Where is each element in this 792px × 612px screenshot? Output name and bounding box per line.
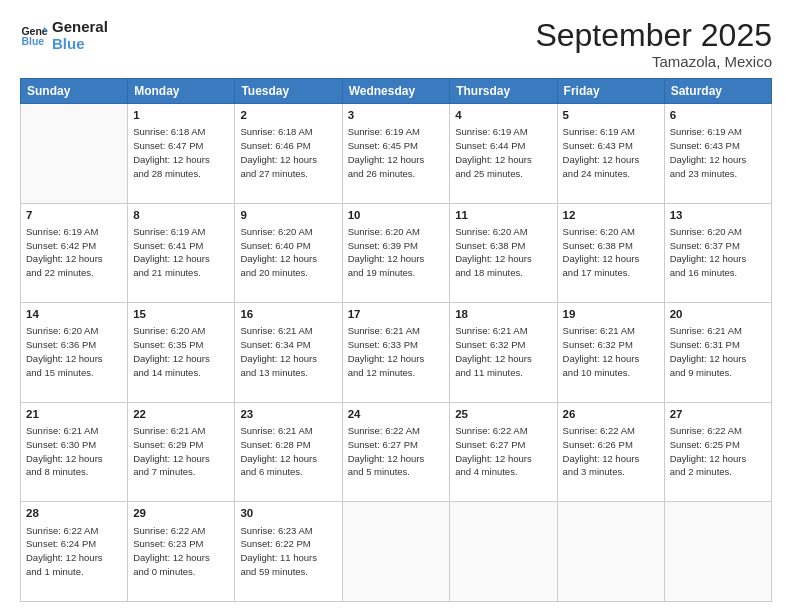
day-header-thursday: Thursday xyxy=(450,79,557,104)
day-header-saturday: Saturday xyxy=(664,79,771,104)
calendar-cell: 3Sunrise: 6:19 AM Sunset: 6:45 PM Daylig… xyxy=(342,104,450,204)
day-info: Sunrise: 6:21 AM Sunset: 6:28 PM Dayligh… xyxy=(240,424,336,479)
day-number: 5 xyxy=(563,107,659,123)
calendar-table: SundayMondayTuesdayWednesdayThursdayFrid… xyxy=(20,78,772,602)
day-info: Sunrise: 6:19 AM Sunset: 6:44 PM Dayligh… xyxy=(455,125,551,180)
day-number: 26 xyxy=(563,406,659,422)
day-number: 2 xyxy=(240,107,336,123)
day-number: 8 xyxy=(133,207,229,223)
day-number: 6 xyxy=(670,107,766,123)
day-info: Sunrise: 6:22 AM Sunset: 6:26 PM Dayligh… xyxy=(563,424,659,479)
day-number: 25 xyxy=(455,406,551,422)
day-info: Sunrise: 6:21 AM Sunset: 6:30 PM Dayligh… xyxy=(26,424,122,479)
day-number: 22 xyxy=(133,406,229,422)
calendar-cell: 1Sunrise: 6:18 AM Sunset: 6:47 PM Daylig… xyxy=(128,104,235,204)
day-number: 1 xyxy=(133,107,229,123)
day-info: Sunrise: 6:21 AM Sunset: 6:29 PM Dayligh… xyxy=(133,424,229,479)
month-title: September 2025 xyxy=(535,18,772,53)
day-info: Sunrise: 6:19 AM Sunset: 6:41 PM Dayligh… xyxy=(133,225,229,280)
day-info: Sunrise: 6:21 AM Sunset: 6:34 PM Dayligh… xyxy=(240,324,336,379)
day-info: Sunrise: 6:20 AM Sunset: 6:38 PM Dayligh… xyxy=(563,225,659,280)
day-number: 7 xyxy=(26,207,122,223)
calendar-cell: 10Sunrise: 6:20 AM Sunset: 6:39 PM Dayli… xyxy=(342,203,450,303)
calendar-cell: 30Sunrise: 6:23 AM Sunset: 6:22 PM Dayli… xyxy=(235,502,342,602)
day-info: Sunrise: 6:22 AM Sunset: 6:27 PM Dayligh… xyxy=(455,424,551,479)
calendar-cell: 15Sunrise: 6:20 AM Sunset: 6:35 PM Dayli… xyxy=(128,303,235,403)
calendar-cell: 25Sunrise: 6:22 AM Sunset: 6:27 PM Dayli… xyxy=(450,402,557,502)
calendar-cell: 6Sunrise: 6:19 AM Sunset: 6:43 PM Daylig… xyxy=(664,104,771,204)
day-header-sunday: Sunday xyxy=(21,79,128,104)
day-info: Sunrise: 6:22 AM Sunset: 6:23 PM Dayligh… xyxy=(133,524,229,579)
day-info: Sunrise: 6:21 AM Sunset: 6:31 PM Dayligh… xyxy=(670,324,766,379)
calendar-cell: 5Sunrise: 6:19 AM Sunset: 6:43 PM Daylig… xyxy=(557,104,664,204)
day-number: 12 xyxy=(563,207,659,223)
day-header-tuesday: Tuesday xyxy=(235,79,342,104)
calendar-cell: 22Sunrise: 6:21 AM Sunset: 6:29 PM Dayli… xyxy=(128,402,235,502)
day-info: Sunrise: 6:22 AM Sunset: 6:27 PM Dayligh… xyxy=(348,424,445,479)
day-info: Sunrise: 6:19 AM Sunset: 6:43 PM Dayligh… xyxy=(670,125,766,180)
calendar-cell: 9Sunrise: 6:20 AM Sunset: 6:40 PM Daylig… xyxy=(235,203,342,303)
day-info: Sunrise: 6:19 AM Sunset: 6:45 PM Dayligh… xyxy=(348,125,445,180)
page: General Blue General Blue September 2025… xyxy=(0,0,792,612)
calendar-cell: 4Sunrise: 6:19 AM Sunset: 6:44 PM Daylig… xyxy=(450,104,557,204)
day-info: Sunrise: 6:18 AM Sunset: 6:46 PM Dayligh… xyxy=(240,125,336,180)
day-number: 14 xyxy=(26,306,122,322)
calendar-cell: 7Sunrise: 6:19 AM Sunset: 6:42 PM Daylig… xyxy=(21,203,128,303)
day-info: Sunrise: 6:18 AM Sunset: 6:47 PM Dayligh… xyxy=(133,125,229,180)
day-info: Sunrise: 6:21 AM Sunset: 6:33 PM Dayligh… xyxy=(348,324,445,379)
day-info: Sunrise: 6:20 AM Sunset: 6:40 PM Dayligh… xyxy=(240,225,336,280)
calendar-cell xyxy=(450,502,557,602)
day-info: Sunrise: 6:22 AM Sunset: 6:25 PM Dayligh… xyxy=(670,424,766,479)
calendar-cell: 14Sunrise: 6:20 AM Sunset: 6:36 PM Dayli… xyxy=(21,303,128,403)
calendar-cell: 13Sunrise: 6:20 AM Sunset: 6:37 PM Dayli… xyxy=(664,203,771,303)
day-number: 17 xyxy=(348,306,445,322)
logo-line1: General xyxy=(52,18,108,35)
calendar-cell: 20Sunrise: 6:21 AM Sunset: 6:31 PM Dayli… xyxy=(664,303,771,403)
day-number: 3 xyxy=(348,107,445,123)
logo: General Blue General Blue xyxy=(20,18,108,53)
day-info: Sunrise: 6:19 AM Sunset: 6:42 PM Dayligh… xyxy=(26,225,122,280)
day-info: Sunrise: 6:20 AM Sunset: 6:35 PM Dayligh… xyxy=(133,324,229,379)
calendar-cell: 16Sunrise: 6:21 AM Sunset: 6:34 PM Dayli… xyxy=(235,303,342,403)
calendar-cell xyxy=(21,104,128,204)
calendar-cell: 28Sunrise: 6:22 AM Sunset: 6:24 PM Dayli… xyxy=(21,502,128,602)
calendar-cell xyxy=(664,502,771,602)
day-info: Sunrise: 6:21 AM Sunset: 6:32 PM Dayligh… xyxy=(563,324,659,379)
header: General Blue General Blue September 2025… xyxy=(20,18,772,70)
day-number: 19 xyxy=(563,306,659,322)
day-number: 13 xyxy=(670,207,766,223)
calendar-cell: 12Sunrise: 6:20 AM Sunset: 6:38 PM Dayli… xyxy=(557,203,664,303)
day-header-wednesday: Wednesday xyxy=(342,79,450,104)
day-header-friday: Friday xyxy=(557,79,664,104)
day-info: Sunrise: 6:20 AM Sunset: 6:37 PM Dayligh… xyxy=(670,225,766,280)
day-info: Sunrise: 6:20 AM Sunset: 6:38 PM Dayligh… xyxy=(455,225,551,280)
logo-icon: General Blue xyxy=(20,21,48,49)
day-number: 24 xyxy=(348,406,445,422)
day-number: 9 xyxy=(240,207,336,223)
calendar-cell: 18Sunrise: 6:21 AM Sunset: 6:32 PM Dayli… xyxy=(450,303,557,403)
day-number: 10 xyxy=(348,207,445,223)
location-subtitle: Tamazola, Mexico xyxy=(535,53,772,70)
day-info: Sunrise: 6:20 AM Sunset: 6:36 PM Dayligh… xyxy=(26,324,122,379)
day-number: 28 xyxy=(26,505,122,521)
calendar-cell xyxy=(557,502,664,602)
day-info: Sunrise: 6:23 AM Sunset: 6:22 PM Dayligh… xyxy=(240,524,336,579)
day-number: 11 xyxy=(455,207,551,223)
calendar-cell: 2Sunrise: 6:18 AM Sunset: 6:46 PM Daylig… xyxy=(235,104,342,204)
day-info: Sunrise: 6:21 AM Sunset: 6:32 PM Dayligh… xyxy=(455,324,551,379)
calendar-cell: 21Sunrise: 6:21 AM Sunset: 6:30 PM Dayli… xyxy=(21,402,128,502)
calendar-cell: 19Sunrise: 6:21 AM Sunset: 6:32 PM Dayli… xyxy=(557,303,664,403)
calendar-cell: 26Sunrise: 6:22 AM Sunset: 6:26 PM Dayli… xyxy=(557,402,664,502)
calendar-cell: 8Sunrise: 6:19 AM Sunset: 6:41 PM Daylig… xyxy=(128,203,235,303)
calendar-cell: 17Sunrise: 6:21 AM Sunset: 6:33 PM Dayli… xyxy=(342,303,450,403)
day-info: Sunrise: 6:19 AM Sunset: 6:43 PM Dayligh… xyxy=(563,125,659,180)
day-number: 18 xyxy=(455,306,551,322)
day-number: 4 xyxy=(455,107,551,123)
day-number: 29 xyxy=(133,505,229,521)
calendar-cell: 29Sunrise: 6:22 AM Sunset: 6:23 PM Dayli… xyxy=(128,502,235,602)
day-number: 20 xyxy=(670,306,766,322)
calendar-cell: 11Sunrise: 6:20 AM Sunset: 6:38 PM Dayli… xyxy=(450,203,557,303)
day-number: 27 xyxy=(670,406,766,422)
day-number: 21 xyxy=(26,406,122,422)
calendar-cell xyxy=(342,502,450,602)
